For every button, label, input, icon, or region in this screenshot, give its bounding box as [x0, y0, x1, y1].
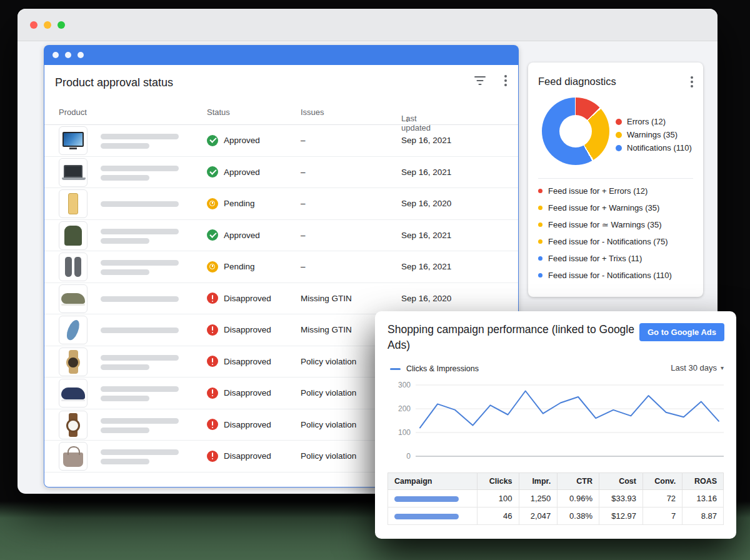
campaign-column-header[interactable]: ROAS — [682, 473, 724, 490]
feed-issue-item[interactable]: Feed issue for - Notifications (75) — [538, 233, 697, 250]
svg-text:0: 0 — [406, 452, 411, 461]
product-thumbnail-watch-white — [59, 411, 88, 439]
campaign-column-header[interactable]: Impr. — [519, 473, 558, 490]
pending-icon — [207, 198, 218, 209]
column-header-product[interactable]: Product — [59, 108, 87, 117]
product-thumbnail-handbag — [59, 442, 88, 471]
disapproved-icon — [207, 324, 218, 336]
legend-item: Notifications (110) — [616, 141, 692, 154]
disapproved-icon — [207, 419, 218, 430]
more-options-icon[interactable] — [504, 75, 507, 86]
status-badge: Disapproved — [207, 378, 271, 409]
issue-dot-icon — [538, 256, 542, 261]
disapproved-icon — [207, 356, 218, 367]
desktop-background: Product approval status Product Status I… — [0, 0, 750, 560]
last-updated-cell: Sep 16, 2020 — [401, 283, 451, 314]
panel-blue-titlebar — [44, 45, 519, 65]
table-row[interactable]: DisapprovedMissing GTINSep 16, 2020 — [44, 283, 518, 315]
table-row[interactable]: Pending–Sep 16, 2020 — [44, 188, 518, 220]
pending-icon — [207, 261, 218, 272]
metric-cell: 72 — [642, 490, 682, 508]
status-label: Disapproved — [224, 451, 271, 461]
metric-cell: 8.87 — [682, 508, 724, 525]
panel-title: Product approval status — [55, 76, 173, 89]
product-table-header: Product Status Issues Last updated↓ — [44, 101, 518, 125]
status-badge: Disapproved — [207, 441, 271, 472]
issue-dot-icon — [538, 222, 542, 227]
window-dot-icon — [78, 52, 84, 58]
last-updated-cell: Sep 16, 2021 — [401, 251, 451, 282]
more-options-icon[interactable] — [691, 76, 693, 88]
campaign-column-header[interactable]: Cost — [599, 473, 642, 490]
close-window-button[interactable] — [30, 21, 38, 29]
issue-dot-icon — [538, 189, 542, 193]
metric-cell: $12.97 — [599, 508, 642, 525]
feed-issue-item[interactable]: Feed issue for + Errors (12) — [538, 182, 697, 199]
campaign-column-header[interactable]: CTR — [558, 473, 599, 490]
svg-text:300: 300 — [398, 381, 411, 389]
status-badge: Approved — [207, 125, 260, 156]
campaign-stats-table: CampaignClicksImpr.CTRCostConv.ROAS 1001… — [388, 472, 724, 525]
window-titlebar — [18, 9, 718, 41]
feed-issue-item[interactable]: Feed issue for ≃ Warnings (35) — [538, 216, 697, 233]
last-updated-cell: Sep 16, 2021 — [401, 220, 451, 251]
issue-dot-icon — [538, 273, 542, 278]
feed-issue-item[interactable]: Feed issue for - Notifications (110) — [538, 267, 697, 284]
disapproved-icon — [207, 451, 218, 462]
clicks-impressions-chart: 3002001000 — [388, 376, 724, 461]
campaign-name-placeholder[interactable] — [394, 514, 459, 519]
campaign-table-row: 462,0470.38%$12.9778.87 — [388, 508, 724, 525]
minimize-window-button[interactable] — [44, 21, 51, 29]
campaign-column-header[interactable]: Clicks — [477, 473, 519, 490]
campaign-table-row: 1001,2500.96%$33.937213.16 — [388, 490, 724, 508]
issues-cell: – — [301, 157, 306, 188]
campaign-column-header[interactable]: Conv. — [642, 473, 682, 490]
metric-cell: 100 — [477, 490, 519, 508]
product-thumbnail-watch-gold — [59, 348, 88, 376]
campaign-column-header[interactable]: Campaign — [388, 473, 478, 490]
status-label: Disapproved — [224, 325, 271, 334]
feed-donut-chart — [542, 98, 609, 165]
chart-legend: Clicks & Impressions — [390, 364, 479, 373]
legend-label: Errors (12) — [627, 117, 666, 126]
product-thumbnail-sneaker-olive — [59, 284, 88, 313]
feed-issue-item[interactable]: Feed issue for + Warnings (35) — [538, 199, 697, 216]
issue-label: Feed issue for + Trixs (11) — [548, 254, 642, 263]
svg-text:100: 100 — [398, 428, 411, 437]
window-dot-icon — [65, 52, 71, 58]
campaign-table-header-row: CampaignClicksImpr.CTRCostConv.ROAS — [388, 473, 724, 490]
status-badge: Pending — [207, 188, 255, 219]
product-thumbnail-sweater — [59, 221, 88, 250]
legend-dot-icon — [616, 132, 622, 138]
approved-icon — [207, 135, 218, 146]
issues-cell: Policy violation — [301, 441, 356, 472]
filter-icon[interactable] — [473, 76, 487, 86]
campaign-panel-title: Shopping campaign performance (linked to… — [388, 322, 638, 353]
column-header-status[interactable]: Status — [207, 108, 230, 117]
table-row[interactable]: Pending–Sep 16, 2021 — [44, 251, 518, 283]
status-label: Disapproved — [224, 420, 271, 429]
svg-text:200: 200 — [398, 404, 411, 413]
column-header-issues[interactable]: Issues — [301, 108, 324, 117]
go-to-google-ads-button[interactable]: Go to Google Ads — [639, 323, 724, 341]
status-badge: Disapproved — [207, 283, 271, 314]
issue-label: Feed issue for + Warnings (35) — [548, 203, 659, 212]
campaign-cell — [388, 508, 478, 525]
campaign-cell — [388, 490, 478, 508]
table-row[interactable]: Approved–Sep 16, 2021 — [44, 220, 518, 252]
date-range-dropdown[interactable]: Last 30 days ▾ — [671, 363, 724, 372]
issues-cell: Missing GTIN — [301, 283, 352, 314]
legend-label: Notifications (110) — [627, 143, 692, 152]
divider — [538, 178, 693, 179]
metric-cell: 0.38% — [558, 508, 599, 525]
feed-issue-item[interactable]: Feed issue for + Trixs (11) — [538, 250, 697, 267]
feed-diagnostics-panel: Feed diagnostics Errors (12)Warnings (35… — [528, 62, 703, 297]
product-panel-header: Product approval status — [44, 65, 518, 101]
table-row[interactable]: Approved–Sep 16, 2021 — [44, 125, 518, 157]
metric-cell: 46 — [477, 508, 519, 525]
issues-cell: Missing GTIN — [301, 314, 352, 346]
campaign-name-placeholder[interactable] — [394, 496, 459, 502]
table-row[interactable]: Approved–Sep 16, 2021 — [44, 157, 518, 189]
maximize-window-button[interactable] — [58, 21, 65, 29]
series-label: Clicks & Impressions — [406, 364, 479, 373]
